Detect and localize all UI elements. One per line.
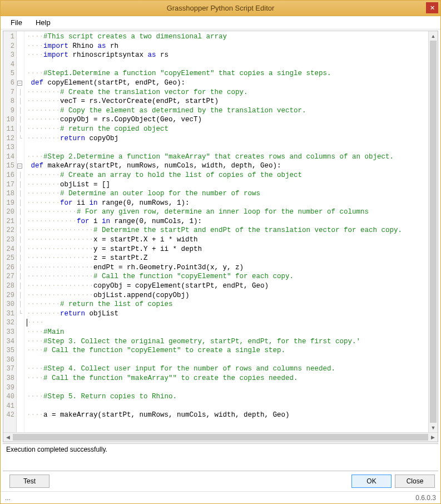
code-editor[interactable]: ····#This script creates a two dimension… [24, 31, 428, 432]
horizontal-scrollbar[interactable]: ◀ ▶ [3, 432, 438, 442]
test-button[interactable]: Test [9, 475, 49, 488]
close-icon: ✕ [430, 4, 435, 12]
status-panel: Execution completed successfully. [3, 443, 438, 471]
scroll-up-icon[interactable]: ▲ [429, 31, 438, 41]
button-row: Test OK Close [1, 471, 440, 491]
titlebar[interactable]: Grasshopper Python Script Editor ✕ [1, 1, 440, 16]
vertical-scrollbar[interactable]: ▲ ▼ [428, 31, 438, 432]
ok-button[interactable]: OK [351, 475, 392, 488]
fold-column[interactable]: −│││││└ −│││││││││││││││└ [17, 31, 24, 432]
window-frame: Grasshopper Python Script Editor ✕ File … [0, 0, 441, 504]
menu-file[interactable]: File [5, 17, 28, 28]
footer-bar: ... 0.6.0.3 [1, 491, 440, 503]
vscroll-thumb[interactable] [430, 41, 437, 423]
close-dialog-button[interactable]: Close [395, 475, 435, 488]
scroll-right-icon[interactable]: ▶ [428, 433, 438, 442]
scroll-left-icon[interactable]: ◀ [3, 433, 13, 442]
menu-help[interactable]: Help [30, 17, 56, 28]
footer-left: ... [5, 494, 11, 502]
editor-panel: 1234567891011121314151617181920212223242… [3, 31, 438, 442]
window-title: Grasshopper Python Script Editor [1, 4, 440, 12]
hscroll-thumb[interactable] [13, 434, 428, 441]
close-button[interactable]: ✕ [426, 2, 438, 13]
status-text: Execution completed successfully. [6, 446, 107, 453]
menubar: File Help [1, 16, 440, 29]
line-number-gutter[interactable]: 1234567891011121314151617181920212223242… [3, 31, 17, 432]
scroll-down-icon[interactable]: ▼ [429, 423, 438, 432]
editor-scroll-area: 1234567891011121314151617181920212223242… [3, 31, 438, 432]
hscroll-track[interactable] [13, 433, 428, 442]
version-label: 0.6.0.3 [415, 494, 436, 502]
